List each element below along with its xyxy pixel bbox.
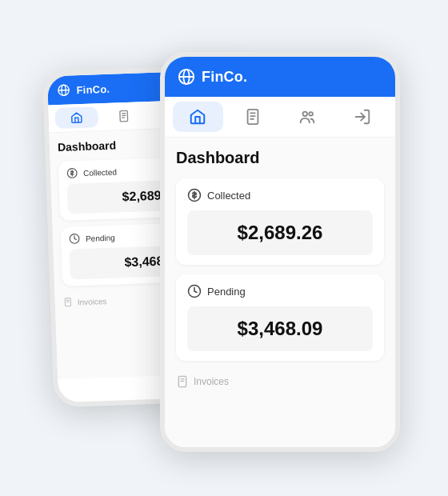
back-tab-home[interactable] [54,106,98,129]
back-invoices-icon [63,298,73,307]
back-collected-label: Collected [83,167,117,177]
collected-value: $2,689.26 [238,222,323,243]
back-tab-docs[interactable] [102,105,146,127]
front-app-header: FinCo. [165,57,395,97]
pending-value: $3,468.09 [238,318,323,339]
collected-label-row: Collected [187,188,373,202]
front-page-title: Dashboard [176,149,384,167]
collected-label: Collected [207,190,250,202]
svg-point-22 [303,112,308,117]
dollar-circle-icon [187,188,202,202]
pending-value-box: $3,468.09 [187,306,373,351]
phone-front: FinCo. [160,52,400,452]
front-logo-icon [178,68,195,86]
front-nav-tabs [165,97,395,138]
back-dollar-circle-icon [66,167,78,178]
invoices-label: Invoices [194,376,229,387]
svg-rect-3 [120,110,128,122]
front-app-name: FinCo. [202,69,247,86]
front-tab-logout[interactable] [338,102,388,132]
back-app-name: FinCo. [76,82,110,95]
front-app-content: Dashboard Collected $2,689.26 [165,138,395,448]
front-tab-home[interactable] [173,102,223,132]
collected-card: Collected $2,689.26 [176,178,384,265]
invoices-icon [176,375,189,388]
front-tab-docs[interactable] [228,102,278,132]
pending-label-row: Pending [187,284,373,298]
svg-point-23 [310,112,314,116]
collected-value-box: $2,689.26 [187,210,373,255]
invoices-row: Invoices [176,370,384,393]
front-tab-users[interactable] [282,102,333,132]
back-invoices-label: Invoices [78,297,107,306]
back-pending-label: Pending [86,233,115,242]
pending-card: Pending $3,468.09 [176,274,384,361]
back-clock-icon [69,233,80,244]
back-logo-icon [57,83,70,97]
pending-label: Pending [207,286,246,298]
clock-icon [187,284,202,298]
